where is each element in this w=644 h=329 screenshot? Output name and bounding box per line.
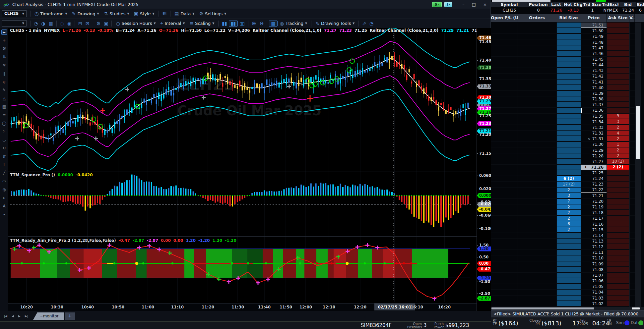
ask-size-cell[interactable]	[607, 74, 629, 79]
bid-size-cell[interactable]	[556, 80, 581, 85]
toolbar-icon-6[interactable]: ⊠	[84, 21, 91, 26]
bid-size-cell[interactable]	[556, 131, 581, 136]
bid-size-cell[interactable]	[556, 170, 581, 176]
pointer-tool[interactable]: ►	[0, 28, 8, 36]
bid-size-cell[interactable]: 17 (2)	[556, 182, 581, 187]
pencil-tool[interactable]: ✎	[0, 86, 8, 94]
price-cell[interactable]: 71.47	[581, 45, 607, 51]
indicator-button[interactable]: I▾	[444, 2, 453, 7]
bid-size-cell[interactable]	[556, 250, 581, 255]
price-cell[interactable]: 71.16	[581, 221, 607, 227]
bid-size-cell[interactable]	[556, 244, 581, 250]
bid-size-cell[interactable]	[556, 39, 581, 45]
bid-size-cell[interactable]	[556, 255, 581, 261]
h-scroll-thumb[interactable]	[491, 307, 594, 309]
toolbar-button-drawing[interactable]: ✎Drawing▼	[70, 10, 101, 18]
bid-size-cell[interactable]: 6	[556, 221, 581, 227]
tab-nav-arrow-0[interactable]: |◀	[4, 314, 7, 318]
bid-size-cell[interactable]	[556, 261, 581, 267]
ask-size-cell[interactable]: 2	[607, 125, 629, 131]
bid-size-cell[interactable]: 2	[556, 188, 581, 193]
close-icon[interactable]: ×	[483, 2, 487, 7]
price-cell[interactable]: 71.02	[581, 301, 607, 307]
price-cell[interactable]: 71.19	[581, 204, 607, 210]
ask-size-cell[interactable]	[607, 250, 629, 255]
candle-style-icon-2[interactable]: ▯▯	[238, 21, 246, 26]
toolbar-button-interval[interactable]: ⌖Interval▼	[158, 20, 187, 27]
bid-size-cell[interactable]	[556, 96, 581, 102]
ask-size-cell[interactable]	[607, 278, 629, 284]
price-cell[interactable]: 71.03	[581, 296, 607, 301]
ask-size-cell[interactable]	[607, 301, 629, 307]
cycle-tool[interactable]: ↻	[0, 144, 8, 152]
grid-tool[interactable]: ▦	[0, 102, 8, 111]
toolbar-button-tracking[interactable]: ◎Tracking▼	[278, 20, 310, 27]
price-cell[interactable]: 71.15	[581, 227, 607, 233]
price-cell[interactable]: 71.44	[581, 62, 607, 68]
price-cell[interactable]: 71.18	[581, 210, 607, 216]
price-cell[interactable]: 71.11	[581, 250, 607, 255]
price-cell[interactable]: 71.08	[581, 267, 607, 273]
bid-size-cell[interactable]	[556, 147, 581, 153]
bid-size-cell[interactable]	[556, 23, 581, 28]
bid-size-cell[interactable]	[556, 136, 581, 142]
strategy-button[interactable]: S▾	[432, 2, 441, 7]
ask-size-cell[interactable]	[607, 108, 629, 113]
toolbar-button-drawing-tools[interactable]: ✎Drawing Tools▼	[313, 20, 357, 27]
toolbar-icon-2[interactable]: ▦	[47, 21, 54, 26]
price-axis[interactable]: 71.4671.4571.4071.3871.3571.3371.3071.28…	[477, 28, 491, 311]
ask-size-cell[interactable]	[607, 239, 629, 244]
rect-tool[interactable]: ▭	[0, 177, 8, 185]
tab-nav-arrow-2[interactable]: ▶	[18, 314, 21, 318]
ask-size-cell[interactable]: 1	[607, 142, 629, 147]
ask-size-cell[interactable]	[607, 216, 629, 221]
ask-size-cell[interactable]	[607, 62, 629, 68]
toolbar-right-icon-0[interactable]: ⇗	[360, 21, 368, 26]
dom-horizontal-scrollbar[interactable]	[491, 307, 644, 310]
ask-size-cell[interactable]: 3	[607, 119, 629, 125]
toolbar-button-timeframe[interactable]: ◷Timeframe▼	[32, 10, 70, 18]
bid-size-cell[interactable]	[556, 273, 581, 278]
ask-size-cell[interactable]	[607, 204, 629, 210]
ask-size-cell[interactable]	[607, 273, 629, 278]
bid-size-cell[interactable]: 2	[556, 210, 581, 216]
ask-size-cell[interactable]	[607, 85, 629, 91]
bid-size-cell[interactable]	[556, 233, 581, 239]
toolbar-icon-7[interactable]: ⚙	[95, 21, 102, 26]
ask-size-cell[interactable]	[607, 296, 629, 301]
zoom-out-icon[interactable]: ⊖	[258, 20, 265, 27]
price-cell[interactable]: 71.14	[581, 233, 607, 239]
ask-size-cell[interactable]: 2	[607, 147, 629, 153]
v-scroll-thumb[interactable]	[636, 106, 640, 159]
add-tab-button[interactable]: +	[65, 312, 75, 320]
price-cell[interactable]: 71.51	[581, 23, 607, 28]
ask-size-cell[interactable]	[607, 244, 629, 250]
price-cell[interactable]: 171.26	[581, 165, 607, 170]
tab-nav-arrow-1[interactable]: ◀	[12, 314, 14, 318]
price-cell[interactable]: 71.21	[581, 193, 607, 199]
crosshair-tool[interactable]: +	[0, 36, 8, 44]
ask-size-cell[interactable]	[607, 96, 629, 102]
toolbar-button-data[interactable]: ▤Data▼	[172, 10, 197, 18]
bid-size-cell[interactable]	[556, 85, 581, 91]
time-axis[interactable]: 10:2010:3010:4010:5011:0011:1011:2011:30…	[8, 303, 477, 311]
ask-size-cell[interactable]	[607, 34, 629, 39]
ask-size-cell[interactable]	[607, 199, 629, 204]
ask-size-cell[interactable]	[607, 80, 629, 85]
price-cell[interactable]: 71.33	[581, 125, 607, 131]
ray-tool[interactable]: ╱	[0, 169, 8, 177]
ask-size-cell[interactable]: 10 (2)	[607, 159, 629, 165]
bid-size-cell[interactable]	[556, 114, 581, 119]
bid-size-cell[interactable]	[556, 296, 581, 301]
price-cell[interactable]: 71.06	[581, 278, 607, 284]
dom-vertical-scrollbar[interactable]	[635, 23, 641, 307]
bid-size-cell[interactable]	[556, 28, 581, 34]
bid-size-cell[interactable]: 3	[556, 193, 581, 199]
price-cell[interactable]: 71.17	[581, 216, 607, 221]
dots-tool[interactable]: ⁙	[0, 127, 8, 136]
bid-size-cell[interactable]	[556, 239, 581, 244]
bid-size-cell[interactable]	[556, 34, 581, 39]
price-chart-svg[interactable]: CLH25Crude Oil Mar 2025	[8, 28, 477, 303]
zoom-in-icon[interactable]: ⊕	[250, 20, 258, 27]
toolbar-right-icon-1[interactable]: ◔	[368, 21, 375, 26]
